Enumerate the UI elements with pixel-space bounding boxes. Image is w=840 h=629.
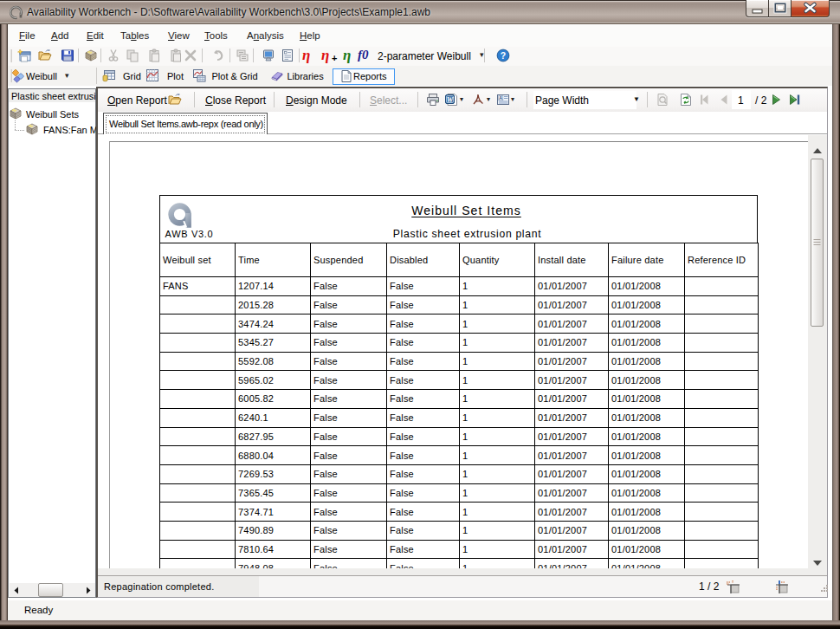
svg-text:A: A — [499, 95, 502, 101]
svg-text:?: ? — [501, 50, 506, 61]
